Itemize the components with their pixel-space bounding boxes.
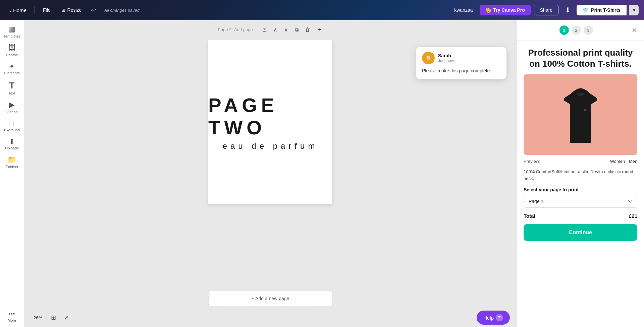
home-label: Home [13,7,26,13]
comment-avatar: S [422,52,435,64]
text-icon: T [9,81,15,90]
chevron-down-icon: ▾ [633,7,635,13]
close-icon: ✕ [632,26,637,34]
chevron-down-page-icon: ∨ [284,26,288,33]
sidebar-label-elements: Elements [4,71,20,75]
panel-close-button[interactable]: ✕ [630,25,639,36]
resize-button[interactable]: ⊞ Resize [57,5,86,15]
sidebar-item-videos[interactable]: ▶ Videos [1,99,23,116]
page-up-button[interactable]: ∧ [271,25,279,34]
sidebar-item-photos[interactable]: 🖼 Photos [1,42,23,59]
sidebar-label-bkground: Bkground [4,128,20,132]
sidebar-item-bkground[interactable]: ◻ Bkground [1,117,23,134]
user-name: kwanzaa [450,5,477,15]
undo-icon: ↩ [91,7,96,13]
add-page-bar[interactable]: + Add a new page [208,291,332,306]
gender-separator: | [626,159,627,164]
nav-divider [35,6,35,14]
right-panel: 1 2 3 ✕ Professional print quality on 10… [517,20,644,327]
canvas-area: Page 2 Add page ... ⊡ ∧ ∨ ⧉ 🗑 + [24,20,517,327]
svg-point-0 [584,109,586,111]
sidebar-item-text[interactable]: T Text [1,78,23,97]
total-amount: £21 [629,213,637,219]
sidebar-item-elements[interactable]: ✦ Elements [1,60,23,77]
tshirt-icon: 👕 [583,7,588,13]
delete-page-button[interactable]: 🗑 [303,25,313,34]
crown-icon: 👑 [486,7,491,13]
panel-header: 1 2 3 ✕ [517,20,644,41]
panel-body: Professional print quality on 100% Cotto… [517,41,644,241]
help-button[interactable]: Help ? [477,311,510,325]
sidebar-label-text: Text [8,91,15,95]
step-2-label: 2 [575,28,577,33]
sidebar-item-more[interactable]: ••• More [1,308,23,324]
step-3-label: 3 [587,28,589,33]
page-subtitle-text: eau de parfum [223,141,318,151]
comment-author-info: Sarah Just now [438,53,454,63]
add-new-page-label: + Add a new page [252,296,289,301]
zoom-display[interactable]: 26% [31,314,45,322]
comment-time: Just now [438,58,454,63]
step-3-circle[interactable]: 3 [584,25,593,35]
total-row: Total £21 [524,213,637,219]
page-down-button[interactable]: ∨ [282,25,290,34]
step-1-circle[interactable]: 1 [559,25,569,35]
preview-label: Preview: [524,159,540,164]
comment-bubble: S Sarah Just now Please make this page c… [416,47,506,79]
uploads-icon: ⬆ [9,138,15,145]
file-button[interactable]: File [39,5,55,15]
add-page-placeholder: Add page ... [234,27,258,32]
templates-icon: ▦ [8,25,15,33]
help-label: Help [483,315,494,321]
download-icon: ⬇ [565,6,571,14]
gender-links: Women | Men [610,159,637,164]
page-label: Page 2 Add page ... [218,27,258,32]
more-icon: ••• [9,311,15,317]
add-page-button[interactable]: + [315,25,323,35]
file-label: File [43,7,51,13]
step-2-circle[interactable]: 2 [572,25,581,35]
panel-headline: Professional print quality on 100% Cotto… [524,47,637,69]
bkground-icon: ◻ [9,120,15,127]
product-description: 100% ComfortSoft® cotton, a slim fit wit… [524,169,637,182]
print-button[interactable]: 👕 Print T-Shirts [577,5,627,15]
try-pro-button[interactable]: 👑 Try Canva Pro [480,5,531,15]
sidebar: ▦ Templates 🖼 Photos ✦ Elements T Text ▶… [0,20,24,327]
print-dropdown-button[interactable]: ▾ [629,5,639,15]
duplicate-page-button[interactable]: ⧉ [293,25,301,34]
download-button[interactable]: ⬇ [561,4,574,16]
grid-view-button[interactable]: ⊞ [49,313,58,323]
design-page[interactable]: PAGE TWO eau de parfum [208,40,332,204]
duplicate-icon: ⧉ [295,27,299,33]
gender-men-link[interactable]: Men [629,159,637,164]
main-layout: ▦ Templates 🖼 Photos ✦ Elements T Text ▶… [0,20,644,327]
comment-author-name: Sarah [438,53,454,58]
sidebar-label-videos: Videos [6,110,17,114]
expand-icon: ⤢ [64,315,68,321]
page-number: Page 2 [218,27,231,32]
undo-button[interactable]: ↩ [88,4,99,16]
page-view-button[interactable]: ⊡ [260,25,269,34]
elements-icon: ✦ [9,63,15,70]
resize-icon: ⊞ [61,7,65,13]
expand-button[interactable]: ⤢ [62,313,70,322]
print-label: Print T-Shirts [591,7,621,13]
share-button[interactable]: Share [534,5,559,15]
sidebar-item-folders[interactable]: 📁 Folders [1,153,23,171]
share-label: Share [540,7,552,13]
page-select[interactable]: Page 1 [524,195,637,208]
sidebar-item-templates[interactable]: ▦ Templates [1,23,23,40]
sidebar-item-uploads[interactable]: ⬆ Uploads [1,135,23,152]
home-button[interactable]: ‹ Home [5,5,31,15]
page-view-icon: ⊡ [262,26,267,33]
videos-icon: ▶ [9,101,15,109]
grid-icon: ⊞ [51,314,56,321]
top-nav: ‹ Home File ⊞ Resize ↩ All changes saved… [0,0,644,20]
continue-button[interactable]: Continue [524,224,637,241]
step-1-label: 1 [563,28,565,33]
comment-text: Please make this page complete [422,68,500,74]
total-label: Total [524,213,535,219]
gender-women-link[interactable]: Women [610,159,625,164]
photos-icon: 🖼 [8,44,16,52]
sidebar-label-templates: Templates [3,34,20,38]
